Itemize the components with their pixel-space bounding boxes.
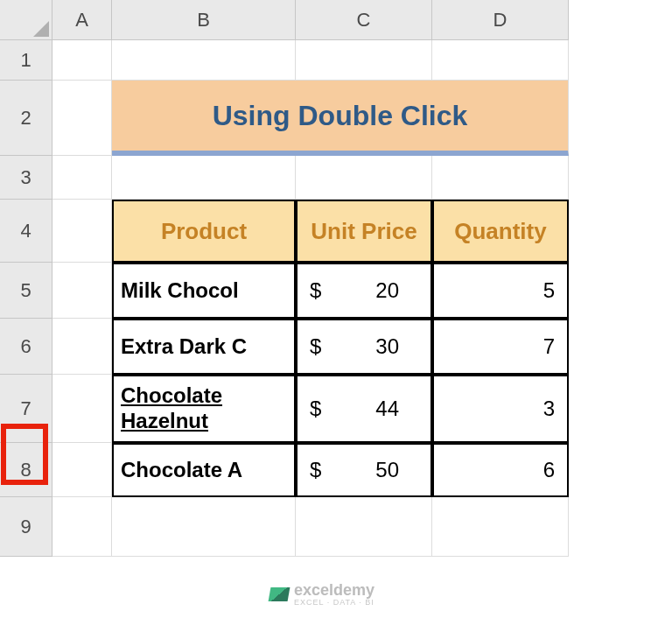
cell-c3[interactable] (296, 156, 432, 200)
cell-d9[interactable] (432, 497, 569, 557)
watermark: exceldemy EXCEL · DATA · BI (270, 581, 374, 607)
price-cell-6[interactable]: $ 30 (296, 319, 432, 375)
price-cell-7[interactable]: $ 44 (296, 375, 432, 443)
row-header-5[interactable]: 5 (0, 263, 52, 319)
product-cell-6[interactable]: Extra Dark C (112, 319, 296, 375)
qty-cell-5[interactable]: 5 (432, 263, 569, 319)
cell-b3[interactable] (112, 156, 296, 200)
cell-a2[interactable] (52, 81, 112, 156)
row-header-9[interactable]: 9 (0, 497, 52, 557)
cell-a1[interactable] (52, 40, 112, 81)
cell-a9[interactable] (52, 497, 112, 557)
cell-b9[interactable] (112, 497, 296, 557)
cell-c9[interactable] (296, 497, 432, 557)
product-cell-8[interactable]: Chocolate A (112, 443, 296, 497)
currency-symbol: $ (310, 334, 321, 359)
cell-a3[interactable] (52, 156, 112, 200)
price-value: 30 (375, 334, 399, 359)
select-all-corner[interactable] (0, 0, 52, 40)
qty-cell-6[interactable]: 7 (432, 319, 569, 375)
currency-symbol: $ (310, 397, 321, 421)
title-text: Using Double Click (213, 100, 468, 132)
col-header-a[interactable]: A (52, 0, 112, 40)
price-value: 20 (375, 278, 399, 303)
watermark-icon (269, 587, 290, 601)
col-header-b[interactable]: B (112, 0, 296, 40)
row-header-2[interactable]: 2 (0, 81, 52, 156)
product-cell-5[interactable]: Milk Chocol (112, 263, 296, 319)
watermark-title: exceldemy (294, 581, 374, 599)
price-cell-8[interactable]: $ 50 (296, 443, 432, 497)
cell-d1[interactable] (432, 40, 569, 81)
cell-b1[interactable] (112, 40, 296, 81)
row-header-7[interactable]: 7 (0, 375, 52, 443)
col-header-c[interactable]: C (296, 0, 432, 40)
cell-a6[interactable] (52, 319, 112, 375)
cell-a8[interactable] (52, 443, 112, 497)
price-cell-5[interactable]: $ 20 (296, 263, 432, 319)
cell-d3[interactable] (432, 156, 569, 200)
qty-cell-7[interactable]: 3 (432, 375, 569, 443)
price-value: 50 (375, 458, 399, 482)
row-header-4[interactable]: 4 (0, 200, 52, 263)
row-header-3[interactable]: 3 (0, 156, 52, 200)
currency-symbol: $ (310, 278, 321, 303)
header-product[interactable]: Product (112, 200, 296, 263)
watermark-subtitle: EXCEL · DATA · BI (294, 598, 374, 607)
row-header-8[interactable]: 8 (0, 443, 52, 497)
header-quantity[interactable]: Quantity (432, 200, 569, 263)
spreadsheet-grid: A B C D 1 2 Using Double Click 3 4 Produ… (0, 0, 672, 557)
product-cell-7[interactable]: Chocolate Hazelnut (112, 375, 296, 443)
currency-symbol: $ (310, 458, 321, 482)
row-header-1[interactable]: 1 (0, 40, 52, 81)
title-cell[interactable]: Using Double Click (112, 81, 569, 156)
cell-a5[interactable] (52, 263, 112, 319)
cell-a4[interactable] (52, 200, 112, 263)
qty-cell-8[interactable]: 6 (432, 443, 569, 497)
header-unit-price[interactable]: Unit Price (296, 200, 432, 263)
col-header-d[interactable]: D (432, 0, 569, 40)
row-header-6[interactable]: 6 (0, 319, 52, 375)
cell-c1[interactable] (296, 40, 432, 81)
cell-a7[interactable] (52, 375, 112, 443)
price-value: 44 (375, 397, 399, 421)
